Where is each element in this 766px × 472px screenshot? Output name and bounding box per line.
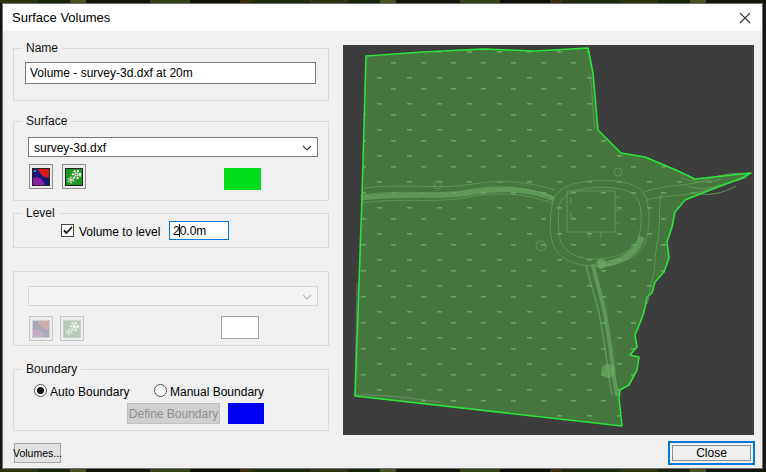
close-button[interactable]: Close	[668, 441, 755, 465]
check-icon	[63, 226, 73, 235]
chevron-down-icon	[302, 145, 312, 151]
secondary-process-button	[60, 316, 84, 341]
boundary-group-label: Boundary	[22, 362, 81, 376]
text-caret	[179, 224, 180, 237]
surface-process-button[interactable]	[62, 164, 86, 189]
volume-to-level-checkbox[interactable]	[61, 224, 74, 237]
gears-icon	[66, 169, 82, 185]
secondary-color-swatch	[221, 316, 259, 339]
volumes-button[interactable]: Volumes...	[14, 443, 61, 463]
surface-combobox[interactable]: survey-3d.dxf	[28, 137, 318, 157]
window-title: Surface Volumes	[12, 10, 110, 25]
surface-group-label: Surface	[22, 114, 71, 128]
level-input-wrap	[169, 221, 229, 240]
surface-volumes-dialog: Surface Volumes Name Surface survey-3d.d…	[2, 3, 763, 469]
titlebar-close-button[interactable]	[735, 8, 755, 28]
close-icon	[739, 12, 751, 24]
contour-colors-icon	[33, 169, 49, 185]
level-group-label: Level	[22, 206, 59, 220]
terrain-svg	[343, 45, 754, 435]
boundary-color-swatch[interactable]	[228, 403, 264, 424]
contour-colors-icon	[33, 321, 49, 337]
auto-boundary-label: Auto Boundary	[50, 385, 129, 399]
define-boundary-button: Define Boundary	[127, 403, 220, 424]
secondary-style-button	[29, 316, 53, 341]
surface-color-swatch[interactable]	[224, 168, 261, 190]
surface-group: Surface	[13, 121, 329, 201]
name-input[interactable]	[25, 62, 316, 84]
secondary-combobox	[28, 286, 318, 306]
chevron-down-icon	[302, 294, 312, 300]
manual-boundary-label: Manual Boundary	[170, 385, 264, 399]
auto-boundary-radio[interactable]	[34, 384, 47, 397]
gears-icon	[64, 321, 80, 337]
surface-preview-panel[interactable]	[343, 45, 754, 435]
surface-combobox-value: survey-3d.dxf	[34, 141, 106, 155]
level-input[interactable]	[169, 221, 229, 240]
volume-to-level-label: Volume to level	[79, 225, 160, 239]
titlebar: Surface Volumes	[3, 4, 762, 31]
manual-boundary-radio[interactable]	[154, 384, 167, 397]
name-group-label: Name	[22, 41, 62, 55]
surface-style-button[interactable]	[29, 164, 53, 189]
